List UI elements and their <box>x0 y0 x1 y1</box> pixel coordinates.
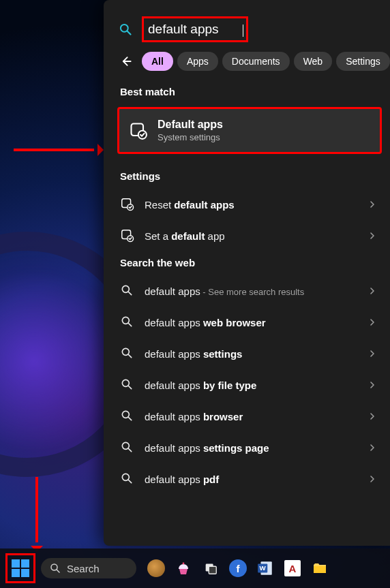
web-result[interactable]: default apps - See more search results <box>104 275 390 307</box>
svg-line-12 <box>129 324 132 326</box>
settings-result[interactable]: Set a default app <box>104 220 390 251</box>
chevron-right-icon <box>367 317 378 328</box>
search-input[interactable]: default apps <box>142 16 248 42</box>
windows-logo-icon <box>12 559 29 577</box>
taskbar: Search f W A <box>0 548 390 588</box>
web-result[interactable]: default apps settings <box>104 338 390 369</box>
start-search-panel: default apps All Apps Documents Web Sett… <box>104 0 390 546</box>
best-match-text: Default apps System settings <box>158 119 223 142</box>
settings-result[interactable]: Reset default apps <box>104 189 390 220</box>
default-apps-icon <box>129 121 148 140</box>
filter-documents[interactable]: Documents <box>222 52 290 71</box>
web-result[interactable]: default apps web browser <box>104 307 390 338</box>
svg-line-10 <box>129 292 132 295</box>
tray-taskview-icon[interactable] <box>200 558 221 578</box>
settings-app-icon <box>120 197 135 212</box>
filter-settings[interactable]: Settings <box>336 52 390 71</box>
search-icon <box>120 377 135 392</box>
tray-cookie-icon[interactable] <box>146 558 166 578</box>
svg-line-1 <box>127 31 131 35</box>
web-result[interactable]: default apps pdf <box>104 463 390 495</box>
search-input-value: default apps <box>147 19 242 40</box>
tray-fedora-icon[interactable]: f <box>228 558 248 578</box>
settings-results-list: Reset default appsSet a default app <box>104 189 390 251</box>
search-icon <box>120 283 135 298</box>
svg-point-25 <box>183 563 185 565</box>
search-icon <box>120 471 135 486</box>
chevron-right-icon <box>367 442 378 453</box>
annotation-arrow-to-bestmatch <box>14 149 94 151</box>
svg-point-15 <box>122 380 129 386</box>
result-label: default apps browser <box>145 411 243 422</box>
section-settings: Settings <box>104 165 390 189</box>
tray-cupcake-icon[interactable] <box>173 558 194 578</box>
search-icon <box>49 562 61 574</box>
svg-line-16 <box>129 386 132 389</box>
tray-word-icon[interactable]: W <box>255 558 275 578</box>
result-label: default apps by file type <box>145 380 256 391</box>
result-label: default apps pdf <box>145 474 219 485</box>
chevron-right-icon <box>367 380 378 390</box>
best-match-result[interactable]: Default apps System settings <box>117 107 382 154</box>
svg-point-11 <box>122 317 129 324</box>
web-results-list: default apps - See more search resultsde… <box>104 275 390 495</box>
web-result[interactable]: default apps by file type <box>104 369 390 401</box>
result-label: default apps - See more search results <box>145 285 304 297</box>
svg-point-23 <box>51 564 57 570</box>
best-match-title: Default apps <box>158 119 223 131</box>
taskbar-search-placeholder: Search <box>67 563 100 574</box>
settings-app-icon <box>120 228 135 243</box>
filter-all[interactable]: All <box>142 52 173 71</box>
section-best-match: Best match <box>104 80 390 104</box>
filter-web[interactable]: Web <box>294 52 333 71</box>
svg-line-18 <box>129 418 132 420</box>
svg-point-21 <box>122 474 129 480</box>
chevron-right-icon <box>367 474 378 484</box>
filter-apps[interactable]: Apps <box>177 52 218 71</box>
svg-point-13 <box>122 348 129 355</box>
svg-point-19 <box>122 442 129 449</box>
taskbar-search[interactable]: Search <box>41 558 136 578</box>
search-icon <box>120 346 135 361</box>
search-icon <box>120 409 135 424</box>
svg-line-24 <box>57 570 59 572</box>
svg-line-20 <box>129 449 132 452</box>
result-label: default apps settings <box>145 348 242 360</box>
svg-point-17 <box>122 411 129 418</box>
svg-rect-27 <box>209 566 216 574</box>
result-label: Reset default apps <box>145 199 235 211</box>
chevron-right-icon <box>367 411 378 422</box>
tray-explorer-icon[interactable] <box>310 558 330 578</box>
web-result[interactable]: default apps settings page <box>104 432 390 463</box>
annotation-arrow-to-start <box>35 477 38 542</box>
taskbar-tray: f W A <box>146 558 330 578</box>
svg-text:W: W <box>260 564 267 572</box>
chevron-right-icon <box>367 230 378 241</box>
start-button[interactable] <box>5 553 35 583</box>
search-row: default apps <box>104 12 390 52</box>
tray-autocad-icon[interactable]: A <box>282 558 303 578</box>
svg-line-22 <box>129 480 132 483</box>
filter-row: All Apps Documents Web Settings <box>104 52 390 80</box>
chevron-right-icon <box>367 348 378 359</box>
search-icon <box>119 22 132 36</box>
svg-rect-31 <box>314 566 326 573</box>
web-result[interactable]: default apps browser <box>104 401 390 432</box>
chevron-right-icon <box>367 199 378 210</box>
search-icon <box>120 315 135 330</box>
search-icon <box>120 440 135 455</box>
svg-point-9 <box>122 285 129 292</box>
result-label: default apps web browser <box>145 317 266 328</box>
text-cursor <box>243 25 243 37</box>
chevron-right-icon <box>367 285 378 296</box>
back-button[interactable] <box>117 52 135 70</box>
result-label: default apps settings page <box>145 442 269 454</box>
best-match-subtitle: System settings <box>158 132 223 142</box>
result-label: Set a default app <box>145 230 225 242</box>
section-search-web: Search the web <box>104 251 390 275</box>
svg-line-14 <box>129 355 132 358</box>
